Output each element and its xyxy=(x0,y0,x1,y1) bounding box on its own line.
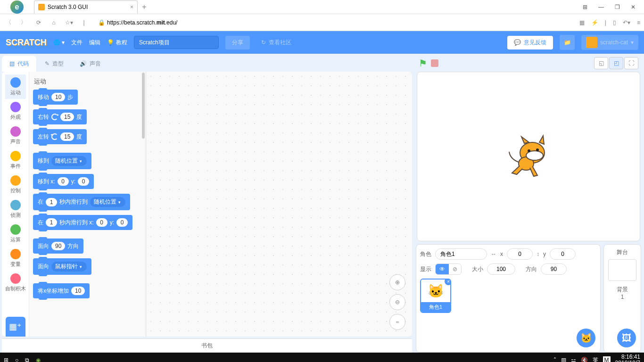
green-flag-button[interactable]: ⚑ xyxy=(419,58,427,69)
block-point-towards[interactable]: 面向鼠标指针 xyxy=(33,258,91,275)
stage-selector[interactable]: 舞台 背景 1 🖼 xyxy=(603,244,641,353)
fullscreen-button[interactable]: ⛶ xyxy=(624,57,638,69)
account-menu[interactable]: scratch-cat ▾ xyxy=(581,35,638,50)
block-goto-xy[interactable]: 移到 x:0y:0 xyxy=(33,174,94,189)
community-button[interactable]: ↻ 查看社区 xyxy=(256,36,296,49)
category-侦测[interactable]: 侦测 xyxy=(5,197,26,222)
delete-sprite-icon[interactable]: × xyxy=(445,279,451,285)
back-button[interactable]: 〈 xyxy=(4,18,13,27)
stage-large-button[interactable]: ◰ xyxy=(609,57,623,69)
windows-taskbar: ⊞ ○ ⧉ ◉ ˄ ▥ ⚍ 🔇 英 M 8:16:41 2018/10/7 xyxy=(0,353,644,362)
tab-close-icon[interactable]: × xyxy=(130,4,133,10)
maximize-button[interactable]: ❐ xyxy=(610,2,624,12)
sprite-cat[interactable] xyxy=(506,133,551,180)
new-tab-button[interactable]: + xyxy=(138,0,151,14)
add-backdrop-button[interactable]: 🖼 xyxy=(617,329,636,347)
add-sprite-button[interactable]: 🐱 xyxy=(577,329,595,347)
block-glide-xy[interactable]: 在1秒内滑行到 x:0y:0 xyxy=(33,215,132,230)
project-title-input[interactable] xyxy=(134,36,219,49)
clock[interactable]: 8:16:41 2018/10/7 xyxy=(615,354,640,362)
browser-logo-icon[interactable]: e xyxy=(10,0,24,14)
edit-menu[interactable]: 编辑 xyxy=(89,39,100,47)
rotate-cw-icon xyxy=(51,114,58,120)
sprite-tile-label: 角色1 xyxy=(421,302,450,312)
category-运动[interactable]: 运动 xyxy=(5,74,26,99)
block-point-direction[interactable]: 面向90方向 xyxy=(33,239,83,254)
sprite-tile[interactable]: × 🐱 角色1 xyxy=(420,279,451,313)
taskbar-app-browser[interactable]: ◉ xyxy=(36,357,41,362)
forward-button[interactable]: 〉 xyxy=(19,18,28,27)
battery-icon[interactable]: ▥ xyxy=(561,357,566,362)
start-button[interactable]: ⊞ xyxy=(4,357,8,362)
feedback-button[interactable]: 💬 意见反馈 xyxy=(507,36,553,49)
extension-icon[interactable]: ⊞ xyxy=(578,2,592,12)
tab-code[interactable]: ▧代码 xyxy=(2,56,36,72)
reload-button[interactable]: ⟳ xyxy=(34,18,43,27)
zoom-in-button[interactable]: ⊕ xyxy=(389,274,405,290)
block-palette[interactable]: 运动 移动10步 右转15度 左转15度 移到随机位置 移到 x:0y:0 在1… xyxy=(29,72,146,337)
browser-tab[interactable]: Scratch 3.0 GUI × xyxy=(34,0,138,14)
ime-m-indicator[interactable]: M xyxy=(603,356,611,362)
direction-input[interactable] xyxy=(541,263,567,275)
username: scratch-cat xyxy=(600,39,628,46)
language-button[interactable]: 🌐 ▾ xyxy=(53,39,65,46)
flash-icon[interactable]: ⚡ xyxy=(591,19,598,26)
qr-icon[interactable]: ▦ xyxy=(579,19,585,26)
category-自制积木[interactable]: 自制积木 xyxy=(5,271,26,295)
block-goto[interactable]: 移到随机位置 xyxy=(33,153,91,169)
stage-thumbnail[interactable] xyxy=(608,259,636,281)
menu-icon[interactable]: ≡ xyxy=(637,19,640,26)
share-button[interactable]: 分享 xyxy=(225,36,250,49)
cortana-button[interactable]: ○ xyxy=(15,357,18,362)
zoom-out-button[interactable]: ⊖ xyxy=(389,294,405,310)
backpack-header[interactable]: 书包 xyxy=(2,338,412,353)
stop-button[interactable] xyxy=(431,59,438,67)
add-extension-button[interactable]: ▦⁺ xyxy=(6,317,25,337)
show-button[interactable]: 👁 xyxy=(436,264,449,274)
x-input[interactable] xyxy=(507,248,533,260)
reader-icon[interactable]: ▯ xyxy=(613,19,616,26)
mystuff-button[interactable]: 📁 xyxy=(560,35,575,50)
category-控制[interactable]: 控制 xyxy=(5,173,26,197)
category-事件[interactable]: 事件 xyxy=(5,148,26,173)
category-运算[interactable]: 运算 xyxy=(5,222,26,246)
tutorials-button[interactable]: 💡 教程 xyxy=(107,39,127,47)
close-button[interactable]: ✕ xyxy=(626,2,640,12)
block-glide-to[interactable]: 在1秒内滑行到随机位置 xyxy=(33,194,130,210)
tab-sounds[interactable]: 🔊声音 xyxy=(72,56,108,72)
zoom-reset-button[interactable]: ＝ xyxy=(389,314,405,330)
undo-icon[interactable]: ↶▾ xyxy=(623,19,630,26)
size-input[interactable] xyxy=(487,263,515,275)
block-turn-left[interactable]: 左转15度 xyxy=(33,129,87,144)
script-workspace[interactable]: ⊕ ⊖ ＝ xyxy=(146,72,412,337)
goto-dropdown[interactable]: 随机位置 xyxy=(51,156,87,166)
category-color-icon xyxy=(10,77,21,88)
home-button[interactable]: ⌂ xyxy=(49,18,58,27)
favorite-button[interactable]: ☆▾ xyxy=(64,18,74,27)
category-变量[interactable]: 变量 xyxy=(5,246,26,271)
editor-column: ▧代码 ✎造型 🔊声音 运动外观声音事件控制侦测运算变量自制积木 ▦⁺ 运动 移… xyxy=(0,54,415,353)
wifi-icon[interactable]: ⚍ xyxy=(571,357,576,362)
scratch-logo[interactable]: SCRATCH xyxy=(6,38,47,48)
hide-button[interactable]: ⊘ xyxy=(449,264,461,274)
y-input[interactable] xyxy=(550,248,576,260)
block-turn-right[interactable]: 右转15度 xyxy=(33,109,87,124)
palette-scrollbar[interactable] xyxy=(142,73,145,139)
taskview-button[interactable]: ⧉ xyxy=(25,357,29,362)
category-声音[interactable]: 声音 xyxy=(5,123,26,148)
stage[interactable] xyxy=(417,72,640,241)
block-move-steps[interactable]: 移动10步 xyxy=(33,90,78,105)
volume-icon[interactable]: 🔇 xyxy=(581,357,588,362)
block-change-x[interactable]: 将x坐标增加10 xyxy=(33,283,90,298)
ime-indicator[interactable]: 英 xyxy=(593,356,598,362)
category-外观[interactable]: 外观 xyxy=(5,99,26,123)
tray-expand-icon[interactable]: ˄ xyxy=(553,357,556,362)
tab-costumes[interactable]: ✎造型 xyxy=(37,56,71,72)
glide-dropdown[interactable]: 随机位置 xyxy=(90,197,125,207)
file-menu[interactable]: 文件 xyxy=(71,39,83,47)
minimize-button[interactable]: — xyxy=(594,2,608,12)
address-bar[interactable]: 🔒 https://beta.scratch.mit.edu/ xyxy=(98,19,177,26)
point-dropdown[interactable]: 鼠标指针 xyxy=(51,262,87,272)
stage-small-button[interactable]: ◱ xyxy=(594,57,608,69)
sprite-name-input[interactable] xyxy=(435,248,487,260)
